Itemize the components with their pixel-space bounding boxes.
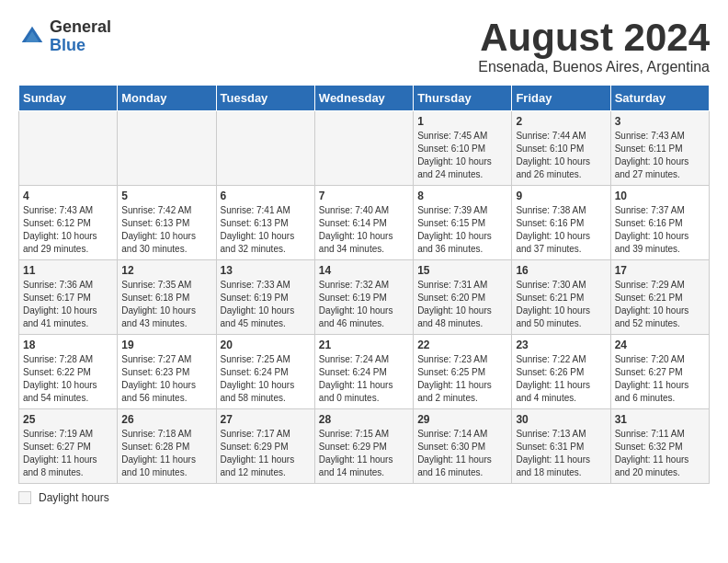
day-number: 18 [23,339,113,351]
day-number: 17 [615,264,705,277]
footer-label: Daylight hours [39,491,109,504]
day-number: 14 [319,264,409,277]
calendar-cell: 29Sunrise: 7:14 AM Sunset: 6:30 PM Dayli… [414,409,512,484]
calendar-cell: 24Sunrise: 7:20 AM Sunset: 6:27 PM Dayli… [610,335,709,409]
cell-content: Sunrise: 7:39 AM Sunset: 6:15 PM Dayligh… [417,204,507,256]
day-number: 25 [23,413,113,426]
day-number: 20 [221,339,311,351]
cell-content: Sunrise: 7:28 AM Sunset: 6:22 PM Dayligh… [23,353,113,405]
calendar-cell: 21Sunrise: 7:24 AM Sunset: 6:24 PM Dayli… [314,335,413,409]
calendar-cell: 20Sunrise: 7:25 AM Sunset: 6:24 PM Dayli… [216,335,314,409]
day-number: 3 [615,115,705,128]
day-number: 1 [417,115,507,128]
day-number: 28 [319,413,409,426]
cell-content: Sunrise: 7:44 AM Sunset: 6:10 PM Dayligh… [516,130,606,181]
column-header-saturday: Saturday [610,86,709,111]
day-number: 21 [319,339,409,351]
calendar-cell: 31Sunrise: 7:11 AM Sunset: 6:32 PM Dayli… [610,409,709,484]
day-number: 8 [417,190,507,202]
cell-content: Sunrise: 7:43 AM Sunset: 6:11 PM Dayligh… [615,130,705,181]
day-number: 19 [121,339,211,351]
cell-content: Sunrise: 7:24 AM Sunset: 6:24 PM Dayligh… [319,353,409,405]
cell-content: Sunrise: 7:35 AM Sunset: 6:18 PM Dayligh… [121,279,211,330]
cell-content: Sunrise: 7:11 AM Sunset: 6:32 PM Dayligh… [615,428,705,479]
cell-content: Sunrise: 7:14 AM Sunset: 6:30 PM Dayligh… [417,428,507,479]
calendar-week-4: 18Sunrise: 7:28 AM Sunset: 6:22 PM Dayli… [19,335,710,409]
calendar-cell: 26Sunrise: 7:18 AM Sunset: 6:28 PM Dayli… [118,409,216,484]
day-number: 29 [417,413,507,426]
logo-general-text: General [50,18,111,37]
day-number: 16 [516,264,606,277]
cell-content: Sunrise: 7:31 AM Sunset: 6:20 PM Dayligh… [417,279,507,330]
footer: Daylight hours [18,491,710,504]
calendar-cell: 2Sunrise: 7:44 AM Sunset: 6:10 PM Daylig… [512,111,610,186]
calendar-cell: 6Sunrise: 7:41 AM Sunset: 6:13 PM Daylig… [216,186,314,260]
cell-content: Sunrise: 7:13 AM Sunset: 6:31 PM Dayligh… [516,428,606,479]
day-number: 22 [417,339,507,351]
logo-icon [18,23,46,51]
column-header-friday: Friday [512,86,610,111]
cell-content: Sunrise: 7:23 AM Sunset: 6:25 PM Dayligh… [417,353,507,405]
calendar-cell: 18Sunrise: 7:28 AM Sunset: 6:22 PM Dayli… [19,335,118,409]
calendar-cell: 27Sunrise: 7:17 AM Sunset: 6:29 PM Dayli… [216,409,314,484]
calendar-cell: 13Sunrise: 7:33 AM Sunset: 6:19 PM Dayli… [216,260,314,335]
calendar-cell: 15Sunrise: 7:31 AM Sunset: 6:20 PM Dayli… [414,260,512,335]
calendar-cell: 3Sunrise: 7:43 AM Sunset: 6:11 PM Daylig… [610,111,709,186]
column-header-tuesday: Tuesday [216,86,314,111]
day-number: 6 [221,190,311,202]
cell-content: Sunrise: 7:25 AM Sunset: 6:24 PM Dayligh… [221,353,311,405]
calendar-cell: 17Sunrise: 7:29 AM Sunset: 6:21 PM Dayli… [610,260,709,335]
page-header: General Blue August 2024 Ensenada, Bueno… [18,18,710,75]
day-number: 31 [615,413,705,426]
day-number: 30 [516,413,606,426]
calendar-week-1: 1Sunrise: 7:45 AM Sunset: 6:10 PM Daylig… [19,111,710,186]
calendar-cell: 4Sunrise: 7:43 AM Sunset: 6:12 PM Daylig… [19,186,118,260]
cell-content: Sunrise: 7:17 AM Sunset: 6:29 PM Dayligh… [221,428,311,479]
month-title: August 2024 [478,18,710,57]
day-number: 10 [615,190,705,202]
footer-box [18,491,31,504]
day-number: 27 [221,413,311,426]
title-block: August 2024 Ensenada, Buenos Aires, Arge… [478,18,710,75]
calendar-cell: 23Sunrise: 7:22 AM Sunset: 6:26 PM Dayli… [512,335,610,409]
calendar-cell: 8Sunrise: 7:39 AM Sunset: 6:15 PM Daylig… [414,186,512,260]
calendar-cell: 30Sunrise: 7:13 AM Sunset: 6:31 PM Dayli… [512,409,610,484]
location-subtitle: Ensenada, Buenos Aires, Argentina [478,59,710,75]
day-number: 9 [516,190,606,202]
calendar-cell: 28Sunrise: 7:15 AM Sunset: 6:29 PM Dayli… [314,409,413,484]
day-number: 7 [319,190,409,202]
cell-content: Sunrise: 7:29 AM Sunset: 6:21 PM Dayligh… [615,279,705,330]
calendar-cell: 14Sunrise: 7:32 AM Sunset: 6:19 PM Dayli… [314,260,413,335]
calendar-cell: 12Sunrise: 7:35 AM Sunset: 6:18 PM Dayli… [118,260,216,335]
day-number: 24 [615,339,705,351]
calendar-week-5: 25Sunrise: 7:19 AM Sunset: 6:27 PM Dayli… [19,409,710,484]
column-header-sunday: Sunday [19,86,118,111]
calendar-cell [216,111,314,186]
cell-content: Sunrise: 7:30 AM Sunset: 6:21 PM Dayligh… [516,279,606,330]
cell-content: Sunrise: 7:45 AM Sunset: 6:10 PM Dayligh… [417,130,507,181]
calendar-cell: 11Sunrise: 7:36 AM Sunset: 6:17 PM Dayli… [19,260,118,335]
calendar-cell: 22Sunrise: 7:23 AM Sunset: 6:25 PM Dayli… [414,335,512,409]
calendar-cell: 25Sunrise: 7:19 AM Sunset: 6:27 PM Dayli… [19,409,118,484]
day-number: 2 [516,115,606,128]
calendar-cell [19,111,118,186]
cell-content: Sunrise: 7:43 AM Sunset: 6:12 PM Dayligh… [23,204,113,256]
cell-content: Sunrise: 7:20 AM Sunset: 6:27 PM Dayligh… [615,353,705,405]
column-header-wednesday: Wednesday [314,86,413,111]
cell-content: Sunrise: 7:42 AM Sunset: 6:13 PM Dayligh… [121,204,211,256]
cell-content: Sunrise: 7:33 AM Sunset: 6:19 PM Dayligh… [221,279,311,330]
calendar-table: SundayMondayTuesdayWednesdayThursdayFrid… [18,85,710,484]
calendar-cell: 16Sunrise: 7:30 AM Sunset: 6:21 PM Dayli… [512,260,610,335]
calendar-cell: 9Sunrise: 7:38 AM Sunset: 6:16 PM Daylig… [512,186,610,260]
calendar-header-row: SundayMondayTuesdayWednesdayThursdayFrid… [19,86,710,111]
day-number: 26 [121,413,211,426]
cell-content: Sunrise: 7:27 AM Sunset: 6:23 PM Dayligh… [121,353,211,405]
day-number: 4 [23,190,113,202]
column-header-thursday: Thursday [414,86,512,111]
cell-content: Sunrise: 7:32 AM Sunset: 6:19 PM Dayligh… [319,279,409,330]
calendar-cell [118,111,216,186]
cell-content: Sunrise: 7:40 AM Sunset: 6:14 PM Dayligh… [319,204,409,256]
calendar-week-2: 4Sunrise: 7:43 AM Sunset: 6:12 PM Daylig… [19,186,710,260]
calendar-week-3: 11Sunrise: 7:36 AM Sunset: 6:17 PM Dayli… [19,260,710,335]
cell-content: Sunrise: 7:15 AM Sunset: 6:29 PM Dayligh… [319,428,409,479]
